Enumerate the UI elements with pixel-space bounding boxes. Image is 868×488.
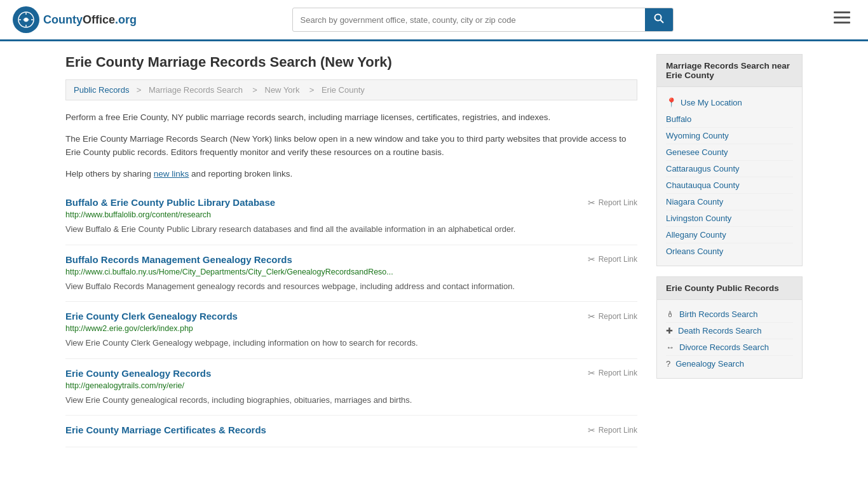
page-title: Erie County Marriage Records Search (New… xyxy=(65,54,637,71)
report-link-0[interactable]: ✂ Report Link xyxy=(588,198,637,208)
sidebar-nearby-orleans[interactable]: Orleans County xyxy=(666,243,793,259)
breadcrumb-marriage-records[interactable]: Marriage Records Search xyxy=(146,85,245,95)
description-p3: Help others by sharing new links and rep… xyxy=(65,167,637,181)
result-title-3[interactable]: Erie County Genealogy Records xyxy=(65,368,211,379)
result-desc-2: View Erie County Clerk Genealogy webpage… xyxy=(65,337,637,349)
sidebar-nearby-niagara[interactable]: Niagara County xyxy=(666,194,793,210)
logo-icon xyxy=(13,6,39,33)
breadcrumb-erie-county: Erie County xyxy=(322,85,365,95)
sidebar-death-records[interactable]: ✚ Death Records Search xyxy=(666,323,793,339)
svg-line-7 xyxy=(660,20,663,24)
search-button[interactable] xyxy=(645,8,673,31)
use-my-location[interactable]: 📍 Use My Location xyxy=(666,93,793,111)
svg-point-1 xyxy=(24,18,28,22)
death-icon: ✚ xyxy=(666,326,673,336)
nearby-title: Marriage Records Search near Erie County xyxy=(657,55,802,87)
genealogy-icon: ? xyxy=(666,359,670,369)
result-desc-1: View Buffalo Records Management genealog… xyxy=(65,280,637,293)
breadcrumb-public-records[interactable]: Public Records xyxy=(74,85,129,95)
result-desc-0: View Buffalo & Erie County Public Librar… xyxy=(65,223,637,236)
result-item: Buffalo Records Management Genealogy Rec… xyxy=(65,245,637,302)
sidebar-nearby-cattaraugus[interactable]: Cattaraugus County xyxy=(666,161,793,177)
location-icon: 📍 xyxy=(666,97,677,107)
result-url-0[interactable]: http://www.buffalolib.org/content/resear… xyxy=(65,210,637,219)
result-desc-3: View Erie County genealogical records, i… xyxy=(65,394,637,407)
sidebar-divorce-records[interactable]: ↔ Divorce Records Search xyxy=(666,339,793,356)
svg-point-6 xyxy=(654,15,661,21)
sidebar-nearby-genesee[interactable]: Genesee County xyxy=(666,144,793,161)
svg-rect-9 xyxy=(834,17,850,18)
result-title-2[interactable]: Erie County Clerk Genealogy Records xyxy=(65,311,238,322)
new-links[interactable]: new links xyxy=(154,169,189,179)
results-list: Buffalo & Erie County Public Library Dat… xyxy=(65,188,637,447)
report-icon-2: ✂ xyxy=(588,311,595,322)
sidebar-nearby-wyoming[interactable]: Wyoming County xyxy=(666,128,793,144)
public-records-title: Erie County Public Records xyxy=(657,277,802,300)
report-icon-4: ✂ xyxy=(588,425,595,435)
sidebar-nearby-buffalo[interactable]: Buffalo xyxy=(666,111,793,128)
nearby-box: Marriage Records Search near Erie County… xyxy=(656,54,803,266)
main-wrapper: Erie County Marriage Records Search (New… xyxy=(53,41,815,460)
result-url-1[interactable]: http://www.ci.buffalo.ny.us/Home/City_De… xyxy=(65,268,637,276)
search-input[interactable] xyxy=(293,10,645,30)
result-url-2[interactable]: http://www2.erie.gov/clerk/index.php xyxy=(65,324,637,333)
sidebar-birth-records[interactable]: 🕯 Birth Records Search xyxy=(666,306,793,323)
result-title-0[interactable]: Buffalo & Erie County Public Library Dat… xyxy=(65,197,275,208)
result-title-4[interactable]: Erie County Marriage Certificates & Reco… xyxy=(65,424,266,435)
result-item: Erie County Genealogy Records ✂ Report L… xyxy=(65,359,637,416)
result-item: Buffalo & Erie County Public Library Dat… xyxy=(65,188,637,245)
sidebar-nearby-allegany[interactable]: Allegany County xyxy=(666,227,793,243)
report-link-2[interactable]: ✂ Report Link xyxy=(588,311,637,322)
report-link-3[interactable]: ✂ Report Link xyxy=(588,368,637,378)
report-icon-1: ✂ xyxy=(588,254,595,264)
content-area: Erie County Marriage Records Search (New… xyxy=(65,54,637,447)
svg-rect-10 xyxy=(834,22,850,24)
birth-icon: 🕯 xyxy=(666,309,674,319)
sidebar-nearby-livingston[interactable]: Livingston County xyxy=(666,210,793,227)
logo-county: County xyxy=(43,13,83,26)
result-item: Erie County Clerk Genealogy Records ✂ Re… xyxy=(65,302,637,359)
logo[interactable]: CountyOffice.org xyxy=(13,6,137,33)
logo-office: Office xyxy=(83,13,115,26)
report-link-1[interactable]: ✂ Report Link xyxy=(588,254,637,264)
breadcrumb-new-york[interactable]: New York xyxy=(262,85,302,95)
logo-text: CountyOffice.org xyxy=(43,13,137,27)
report-link-4[interactable]: ✂ Report Link xyxy=(588,425,637,435)
report-icon-0: ✂ xyxy=(588,198,595,208)
sidebar: Marriage Records Search near Erie County… xyxy=(656,54,803,447)
svg-rect-8 xyxy=(834,11,850,13)
description-p2: The Erie County Marriage Records Search … xyxy=(65,132,637,159)
report-icon-3: ✂ xyxy=(588,368,595,378)
logo-domain: .org xyxy=(115,13,137,26)
result-item: Erie County Marriage Certificates & Reco… xyxy=(65,416,637,447)
public-records-box: Erie County Public Records 🕯 Birth Recor… xyxy=(656,276,803,379)
sidebar-nearby-chautauqua[interactable]: Chautauqua County xyxy=(666,177,793,194)
result-title-1[interactable]: Buffalo Records Management Genealogy Rec… xyxy=(65,254,292,265)
breadcrumb: Public Records > Marriage Records Search… xyxy=(65,79,637,100)
sidebar-genealogy-search[interactable]: ? Genealogy Search xyxy=(666,356,793,372)
site-header: CountyOffice.org xyxy=(0,0,868,41)
divorce-icon: ↔ xyxy=(666,342,674,352)
search-bar xyxy=(292,8,674,32)
result-url-3[interactable]: http://genealogytrails.com/ny/erie/ xyxy=(65,381,637,390)
menu-button[interactable] xyxy=(829,9,855,30)
description-p1: Perform a free Erie County, NY public ma… xyxy=(65,111,637,125)
